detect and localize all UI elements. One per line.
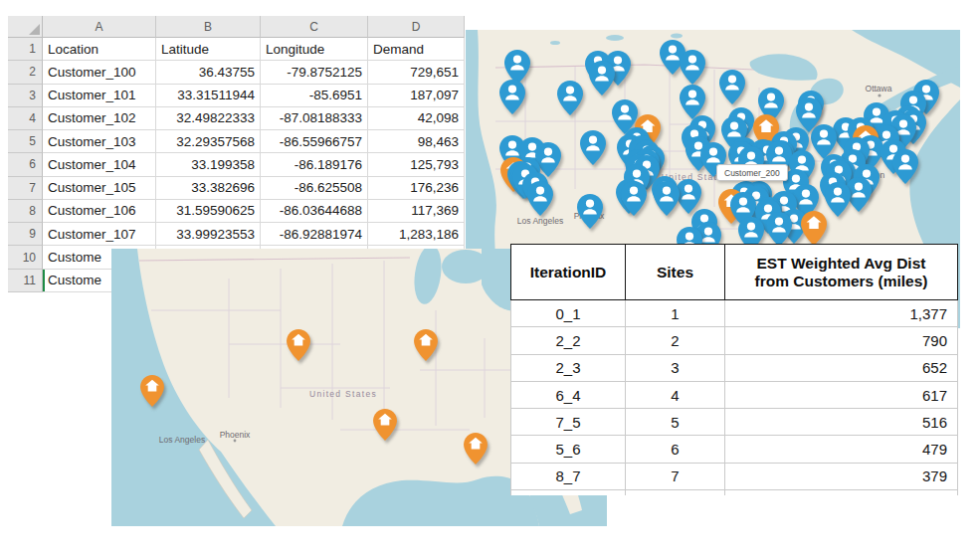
table-row: 0_111,377	[511, 300, 958, 327]
facility-pin[interactable]	[286, 328, 311, 362]
cell-C1[interactable]: Longitude	[261, 38, 368, 61]
cell-B1[interactable]: Latitude	[156, 38, 261, 61]
table-row: 7_55516	[511, 409, 958, 436]
map-label: Ottawa	[866, 84, 892, 93]
cell-C5[interactable]: -86.55966757	[261, 130, 368, 153]
iteration-id-cell: 2_2	[511, 327, 626, 354]
cell-D8[interactable]: 117,369	[368, 200, 465, 223]
row-header-7[interactable]: 7	[8, 177, 43, 200]
customer-pin[interactable]	[765, 211, 793, 248]
map-label: United States	[309, 389, 377, 399]
cell-C4[interactable]: -87.08188333	[261, 107, 368, 130]
iterations-table: IterationIDSitesEST Weighted Avg Dist fr…	[510, 244, 958, 495]
row-header-1[interactable]: 1	[8, 38, 43, 61]
facility-pin[interactable]	[463, 432, 489, 466]
column-header-d[interactable]: D	[368, 16, 465, 38]
cell-D4[interactable]: 42,098	[368, 107, 465, 130]
sites-cell: 4	[626, 381, 725, 408]
cell-C8[interactable]: -86.03644688	[261, 200, 368, 223]
row-header-5[interactable]: 5	[8, 130, 43, 153]
cell-C6[interactable]: -86.189176	[261, 153, 368, 176]
cell-C9[interactable]: -86.92881974	[261, 223, 368, 246]
stub-cell	[725, 490, 958, 496]
cell-A5[interactable]: Customer_103	[43, 130, 156, 153]
cell-D3[interactable]: 187,097	[368, 85, 465, 107]
facility-pin[interactable]	[800, 210, 828, 247]
composite-canvas: ABCD1LocationLatitudeLongitudeDemand2Cus…	[0, 0, 979, 560]
cell-B8[interactable]: 31.59590625	[156, 200, 261, 223]
cell-C2[interactable]: -79.8752125	[261, 61, 368, 84]
customer-pin[interactable]	[891, 148, 919, 185]
cell-A1[interactable]: Location	[43, 38, 156, 61]
cell-B7[interactable]: 33.382696	[156, 177, 261, 200]
customer-pin[interactable]	[620, 180, 648, 217]
cell-D7[interactable]: 176,236	[368, 177, 465, 200]
customer-pin[interactable]	[498, 79, 526, 115]
facility-pin[interactable]	[413, 328, 439, 362]
cell-C7[interactable]: -86.625508	[261, 177, 368, 200]
cell-B9[interactable]: 33.99923553	[156, 223, 261, 246]
table-row: 8_77379	[511, 463, 958, 489]
facility-pin[interactable]	[139, 374, 165, 408]
dist-cell: 516	[725, 409, 958, 436]
customer-pin[interactable]	[588, 60, 616, 96]
select-all-corner[interactable]	[8, 16, 43, 38]
row-header-8[interactable]: 8	[8, 200, 43, 223]
cell-A6[interactable]: Customer_104	[43, 153, 156, 176]
cell-D2[interactable]: 729,651	[368, 61, 465, 84]
cell-B4[interactable]: 32.49822333	[156, 107, 261, 130]
dist-cell: 1,377	[725, 300, 958, 327]
customer-pin[interactable]	[576, 193, 604, 230]
row-header-9[interactable]: 9	[8, 223, 43, 246]
cell-A3[interactable]: Customer_101	[43, 85, 156, 107]
sites-cell: 6	[626, 436, 725, 463]
dist-cell: 479	[725, 436, 958, 463]
cell-A9[interactable]: Customer_107	[43, 223, 156, 246]
sites-cell: 7	[626, 463, 725, 489]
cell-A4[interactable]: Customer_102	[43, 107, 156, 130]
cell-A8[interactable]: Customer_106	[43, 200, 156, 223]
row-header-6[interactable]: 6	[8, 153, 43, 176]
customer-pin[interactable]	[653, 180, 681, 217]
table-header-0: IterationID	[511, 245, 626, 300]
dist-cell: 790	[725, 327, 958, 354]
iteration-id-cell: 0_1	[511, 300, 626, 327]
customer-pin[interactable]	[824, 181, 852, 218]
cell-A7[interactable]: Customer_105	[43, 177, 156, 200]
cell-C3[interactable]: -85.6951	[261, 85, 368, 107]
customer-pin[interactable]	[556, 80, 584, 116]
row-header-10[interactable]: 10	[8, 246, 43, 269]
sites-cell: 1	[626, 300, 725, 327]
cell-B3[interactable]: 33.31511944	[156, 85, 261, 107]
cell-D5[interactable]: 98,463	[368, 130, 465, 153]
cell-B2[interactable]: 36.43755	[156, 61, 261, 84]
column-header-c[interactable]: C	[261, 16, 368, 38]
row-header-3[interactable]: 3	[8, 85, 43, 107]
cell-B5[interactable]: 32.29357568	[156, 130, 261, 153]
customer-pin[interactable]	[679, 49, 706, 86]
cell-B6[interactable]: 33.199358	[156, 153, 261, 176]
row-header-11[interactable]: 11	[8, 270, 43, 292]
map-label: Phoenix	[220, 430, 251, 440]
cell-D9[interactable]: 1,283,186	[368, 223, 465, 246]
customer-pin[interactable]	[526, 180, 554, 217]
cell-A2[interactable]: Customer_100	[43, 61, 156, 84]
dist-cell: 652	[725, 354, 958, 381]
cell-D6[interactable]: 125,793	[368, 153, 465, 176]
column-header-a[interactable]: A	[43, 16, 156, 38]
table-row: 6_44617	[511, 381, 958, 408]
row-header-4[interactable]: 4	[8, 107, 43, 130]
customer-pin[interactable]	[718, 69, 746, 105]
cell-D1[interactable]: Demand	[368, 38, 465, 61]
customer-pin[interactable]	[579, 129, 607, 166]
results-table: IterationIDSitesEST Weighted Avg Dist fr…	[510, 244, 958, 495]
iteration-id-cell: 6_4	[511, 381, 626, 408]
table-header-2: EST Weighted Avg Dist from Customers (mi…	[725, 245, 958, 300]
facility-pin[interactable]	[372, 408, 398, 442]
map-label: Los Angeles	[517, 216, 563, 226]
row-header-2[interactable]: 2	[8, 61, 43, 84]
sites-cell: 3	[626, 354, 725, 381]
iteration-id-cell: 5_6	[511, 436, 626, 463]
stub-cell	[511, 490, 626, 496]
column-header-b[interactable]: B	[156, 16, 261, 38]
